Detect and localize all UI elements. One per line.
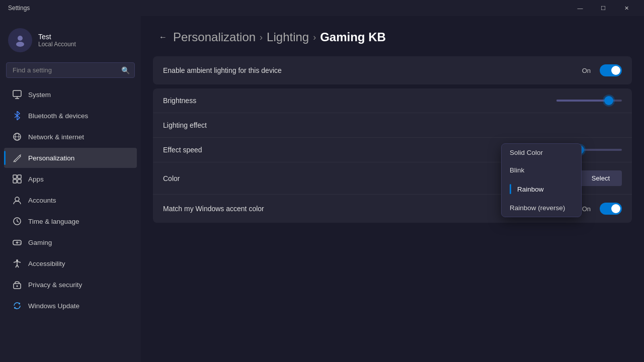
breadcrumb-sep-2: ›	[313, 32, 316, 43]
svg-rect-3	[13, 90, 21, 97]
sidebar-label-network: Network & internet	[28, 133, 84, 141]
brightness-track[interactable]	[556, 100, 622, 102]
lighting-effect-label: Lighting effect	[163, 121, 207, 129]
brightness-slider-container	[556, 100, 622, 102]
update-icon	[12, 301, 22, 311]
apps-icon	[12, 174, 22, 184]
content-area: ← Personalization › Lighting › Gaming KB…	[141, 16, 644, 362]
titlebar-title: Settings	[8, 5, 30, 12]
svg-point-24	[17, 286, 18, 287]
personalization-icon	[12, 153, 22, 163]
accent-toggle-container: On	[582, 203, 622, 215]
search-input[interactable]	[6, 62, 135, 78]
sidebar-item-gaming[interactable]: Gaming	[4, 232, 137, 252]
sidebar-item-time[interactable]: Time & language	[4, 211, 137, 231]
sidebar-item-system[interactable]: System	[4, 84, 137, 105]
brightness-fill	[556, 100, 609, 102]
accounts-icon	[12, 195, 22, 205]
maximize-button[interactable]: ☐	[592, 0, 615, 16]
breadcrumb-gaming-kb: Gaming KB	[320, 30, 386, 44]
dropdown-item-solid[interactable]: Solid Color	[502, 144, 581, 161]
sidebar-label-privacy: Privacy & security	[28, 281, 82, 289]
dropdown-item-rainbow[interactable]: Rainbow	[502, 179, 581, 199]
sidebar-item-privacy[interactable]: Privacy & security	[4, 275, 137, 295]
sidebar-item-accounts[interactable]: Accounts	[4, 190, 137, 210]
breadcrumb-personalization[interactable]: Personalization	[173, 30, 256, 44]
titlebar-left: Settings	[8, 5, 30, 12]
breadcrumb-sep-1: ›	[260, 32, 263, 43]
lighting-effect-dropdown[interactable]: Solid Color Blink Rainbow Rainbow (rever…	[501, 143, 582, 217]
color-label: Color	[163, 174, 180, 183]
titlebar: Settings — ☐ ✕	[0, 0, 644, 16]
breadcrumb-lighting[interactable]: Lighting	[267, 30, 309, 44]
svg-rect-12	[18, 179, 21, 183]
effect-speed-label: Effect speed	[163, 146, 202, 154]
user-info: Test Local Account	[38, 33, 76, 48]
network-icon	[12, 132, 22, 142]
system-icon	[12, 89, 22, 100]
rainbow-option: Rainbow	[517, 186, 544, 193]
lighting-effect-row: Lighting effect Solid Color Blink Rainbo…	[153, 113, 632, 138]
main-layout: Test Local Account 🔍 System Bluetooth & …	[0, 16, 644, 362]
brightness-thumb[interactable]	[604, 96, 613, 105]
solid-color-option: Solid Color	[510, 149, 543, 156]
settings-section: Enable ambient lighting for this device …	[153, 56, 632, 223]
sidebar-label-personalization: Personalization	[28, 154, 74, 162]
breadcrumb: ← Personalization › Lighting › Gaming KB	[141, 16, 644, 56]
lighting-card: Brightness Lighting effect Solid C	[153, 88, 632, 223]
brightness-label: Brightness	[163, 97, 196, 105]
svg-point-2	[16, 42, 24, 47]
svg-point-20	[19, 242, 20, 243]
svg-rect-10	[18, 175, 21, 178]
svg-point-21	[20, 243, 21, 244]
sidebar-label-time: Time & language	[28, 218, 79, 225]
svg-rect-9	[13, 175, 17, 178]
sidebar-label-update: Windows Update	[28, 302, 79, 310]
sidebar-item-accessibility[interactable]: Accessibility	[4, 253, 137, 274]
close-button[interactable]: ✕	[615, 0, 638, 16]
svg-point-13	[15, 197, 19, 201]
sidebar: Test Local Account 🔍 System Bluetooth & …	[0, 16, 141, 362]
blink-option: Blink	[510, 166, 524, 174]
ambient-state-label: On	[582, 67, 591, 74]
accent-label: Match my Windows accent color	[163, 205, 264, 213]
time-icon	[12, 216, 22, 226]
dropdown-item-rainbow-reverse[interactable]: Rainbow (reverse)	[502, 199, 581, 217]
sidebar-item-personalization[interactable]: Personalization	[4, 148, 137, 168]
ambient-toggle-container: On	[582, 64, 622, 76]
avatar	[8, 28, 32, 52]
sidebar-item-bluetooth[interactable]: Bluetooth & devices	[4, 106, 137, 126]
sidebar-label-system: System	[28, 91, 51, 99]
svg-rect-11	[13, 179, 17, 183]
user-section[interactable]: Test Local Account	[0, 22, 141, 62]
titlebar-controls: — ☐ ✕	[569, 0, 638, 16]
selected-indicator	[510, 184, 511, 194]
brightness-row: Brightness	[153, 88, 632, 113]
sidebar-label-accounts: Accounts	[28, 197, 56, 204]
bluetooth-icon	[12, 111, 22, 121]
sidebar-label-gaming: Gaming	[28, 239, 52, 246]
minimize-button[interactable]: —	[569, 0, 592, 16]
rainbow-reverse-option: Rainbow (reverse)	[510, 204, 565, 212]
privacy-icon	[12, 280, 22, 290]
ambient-card: Enable ambient lighting for this device …	[153, 56, 632, 84]
svg-line-16	[17, 221, 19, 222]
ambient-label: Enable ambient lighting for this device	[163, 66, 282, 74]
ambient-row: Enable ambient lighting for this device …	[153, 56, 632, 84]
user-name: Test	[38, 33, 76, 41]
accent-toggle[interactable]	[600, 203, 622, 215]
ambient-toggle[interactable]	[600, 64, 622, 76]
dropdown-item-blink[interactable]: Blink	[502, 161, 581, 179]
sidebar-label-accessibility: Accessibility	[28, 260, 65, 267]
sidebar-item-apps[interactable]: Apps	[4, 169, 137, 189]
back-button[interactable]: ←	[157, 31, 169, 43]
gaming-icon	[12, 237, 22, 247]
user-account-type: Local Account	[38, 41, 76, 48]
accent-state-label: On	[582, 205, 591, 213]
sidebar-item-update[interactable]: Windows Update	[4, 296, 137, 316]
svg-point-1	[18, 36, 23, 41]
select-button[interactable]: Select	[580, 170, 622, 186]
accessibility-icon	[12, 258, 22, 268]
search-icon: 🔍	[121, 66, 130, 74]
sidebar-item-network[interactable]: Network & internet	[4, 127, 137, 147]
